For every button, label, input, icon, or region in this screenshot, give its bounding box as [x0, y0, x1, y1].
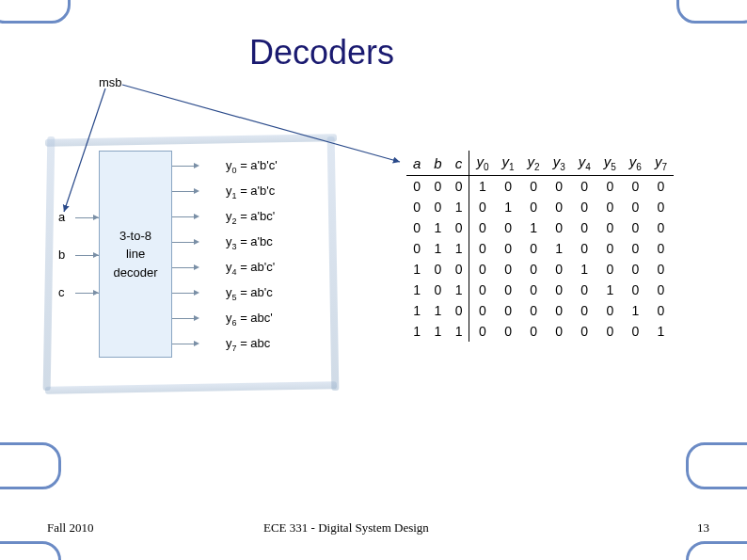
frame-bot-right [686, 541, 747, 560]
input-a: a [58, 210, 65, 224]
tt-row-1: 00101000000 [406, 197, 674, 217]
tt-h-a: a [406, 151, 427, 176]
tt-h-c: c [449, 151, 469, 176]
tt-h-y1: y1 [496, 151, 521, 176]
output-label-0: y0 = a'b'c' [226, 158, 278, 175]
decoder-box: 3-to-8 line decoder [99, 151, 172, 358]
output-line-4 [172, 267, 196, 268]
footer-left: Fall 2010 [47, 520, 93, 536]
arrow-out-7 [194, 341, 199, 346]
output-line-3 [172, 242, 196, 243]
decoder-text-0: 3-to-8 [119, 227, 151, 246]
input-b: b [58, 248, 65, 262]
frame-mid-right [686, 442, 747, 489]
footer-right: 13 [697, 520, 709, 536]
arrow-in-a [93, 215, 99, 220]
tt-h-y4: y4 [572, 151, 597, 176]
page-title: Decoders [249, 33, 394, 72]
output-line-5 [172, 293, 196, 294]
tt-h-y3: y3 [547, 151, 572, 176]
tt-h-y6: y6 [623, 151, 648, 176]
truth-table: abcy0y1y2y3y4y5y6y7 00010000000001010000… [406, 151, 674, 342]
tt-h-y0: y0 [469, 151, 496, 176]
frame-top-right [676, 0, 747, 24]
output-label-2: y2 = a'bc' [226, 209, 275, 226]
output-label-3: y3 = a'bc [226, 234, 273, 251]
tt-h-y7: y7 [648, 151, 674, 176]
input-c: c [58, 285, 65, 299]
output-label-5: y5 = ab'c [226, 285, 273, 302]
tt-row-2: 01000100000 [406, 217, 674, 238]
arrow-out-3 [194, 239, 199, 245]
arrow-out-1 [194, 188, 199, 194]
brush-right [327, 136, 340, 391]
arrow-out-4 [194, 264, 199, 270]
decoder-text-1: line [126, 245, 145, 264]
output-label-1: y1 = a'b'c [226, 184, 275, 200]
brush-bot [45, 381, 337, 393]
tt-h-b: b [427, 151, 448, 176]
decoder-text-2: decoder [114, 264, 158, 282]
tt-row-7: 11100000001 [406, 321, 674, 342]
arrow-in-b [93, 252, 99, 258]
output-label-6: y6 = abc' [226, 311, 273, 328]
output-line-6 [172, 318, 196, 319]
arrow-in-c [93, 290, 99, 296]
output-line-7 [172, 344, 196, 344]
frame-top-left [0, 0, 71, 24]
output-line-1 [172, 191, 196, 192]
tt-row-4: 10000001000 [406, 259, 674, 280]
tt-row-3: 01100010000 [406, 238, 674, 259]
frame-bot-left [0, 541, 61, 560]
arrow-out-0 [194, 163, 199, 168]
output-label-7: y7 = abc [226, 336, 270, 353]
footer-center: ECE 331 - Digital System Design [263, 520, 429, 536]
tt-row-0: 00010000000 [406, 176, 674, 198]
output-line-2 [172, 216, 196, 217]
brush-top [45, 134, 337, 146]
frame-mid-left [0, 442, 61, 489]
brush-left [43, 136, 56, 391]
tt-h-y2: y2 [521, 151, 547, 176]
tt-row-5: 10100000100 [406, 280, 674, 300]
tt-row-6: 11000000010 [406, 300, 674, 321]
arrow-out-5 [194, 290, 199, 296]
tt-h-y5: y5 [597, 151, 623, 176]
arrow-out-2 [194, 214, 199, 219]
output-label-4: y4 = ab'c' [226, 260, 275, 277]
output-line-0 [172, 166, 196, 167]
msb-label: msb [99, 75, 122, 89]
arrow-out-6 [194, 315, 199, 321]
